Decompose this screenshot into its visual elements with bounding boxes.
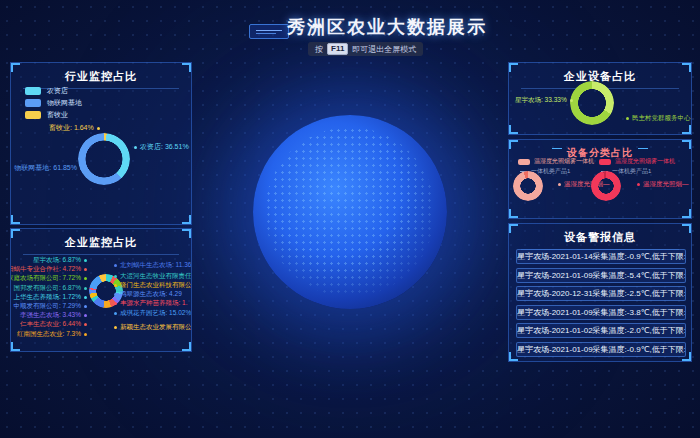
chart-label: 成琪花卉园艺场: 15.02% [114,309,191,317]
panel-industry-monitor: 行业监控占比 农资店 物联网基地 畜牧业 畜牧业: 1.64% 农资店: 36.… [10,62,192,225]
panel-equipment-ratio: 企业设备占比 星宇农场: 33.33% 民主村党群服务中心: [508,62,692,135]
legend-item: 畜牧业 [25,110,68,120]
f11-keycap: F11 [327,43,348,55]
legend-swatch [518,159,530,165]
label-dot [570,99,573,102]
chart-label: 家庭农场有限公司: 7.72% [10,274,87,282]
label-text: 隆门生态农业科技有限公 [120,281,192,289]
chart-label: 红阳蜗牛专业合作社: 4.72% [10,265,87,273]
legend-item: 温湿度光照烟雾一体机 [518,157,594,166]
label-text: 红阳蜗牛专业合作社: 4.72% [10,265,81,273]
chart-label: 鸣翠源生态农场: 4.29 [114,290,182,298]
label-dot [114,264,117,267]
chart-label: 民主村党群服务中心: [626,114,692,122]
chart-label: 大运河生态牧业有限责任公 [114,272,192,280]
dashboard: 秀洲区农业大数据展示 按 F11 即可退出全屏模式 行业监控占比 农资店 物联网… [0,0,700,438]
label-dot [114,293,117,296]
globe-visual [253,115,447,309]
label-dot [84,287,87,290]
label-dot [558,183,561,186]
label-text: 新颖生态农业发展有限公司: 6.87 [120,323,192,331]
panel-device-alarms: 设备警报信息 星宇农场-2021-01-14采集温度:-0.9℃,低于下限:0℃… [508,223,692,362]
chart-label: 上华生态养殖场: 1.72% [13,293,87,301]
legend-swatch [25,87,41,95]
device-donut-left [513,171,543,201]
legend-swatch [25,111,41,119]
chart-label: 隆门生态农业科技有限公 [114,281,192,289]
label-dot [84,268,87,271]
label-dot [84,296,87,299]
page-title: 秀洲区农业大数据展示 [287,15,487,39]
label-text: 丰源水产种苗养殖场: 1. [120,299,188,307]
label-text: 中顺发有限公司: 7.29% [13,302,81,310]
chart-label: 仁丰生态农业: 6.44% [20,320,87,328]
legend-label: 温湿度光照烟雾一体机 [534,157,594,166]
label-dot [114,312,117,315]
chart-label: 温湿度光照烟— [637,180,689,188]
label-text: 物联网基地: 61.85% [14,164,77,172]
title-decoration [638,148,648,154]
panel-enterprise-monitor: 企业监控占比 星宇农场: 6.87% 红阳蜗牛专业合作社: 4.72% 家庭农场… [10,228,192,352]
label-text: 成琪花卉园艺场: 15.02% [120,309,191,317]
label-dot [114,302,117,305]
alarm-row: 星宇农场-2020-12-31采集温度:-2.5℃,低于下限:0℃ [516,286,686,301]
chart-label: 农资店: 36.51% [134,143,189,151]
alarm-row: 星宇农场-2021-01-09采集温度:-0.9℃,低于下限:0℃ [516,342,686,357]
legend-item: 农资店 [25,86,68,96]
enterprise-panel-title: 企业监控占比 [23,235,179,255]
equipment-donut-chart [570,81,614,125]
title-decoration [552,148,562,154]
label-dot [84,323,87,326]
label-dot [134,146,137,149]
label-text: 大运河生态牧业有限责任公 [120,272,192,280]
legend-label: 畜牧业 [47,110,68,120]
label-text: 温湿度光照烟— [643,180,689,188]
chart-label: 北刘蜗牛生态农场: 11.36% [114,261,192,269]
label-text: 李强生态农场: 3.43% [20,311,81,319]
label-dot [626,117,629,120]
legend-label: 一体机类产品1 [612,167,651,176]
brand-logo [249,24,289,39]
legend-swatch [25,99,41,107]
legend-label: 农资店 [47,86,68,96]
label-dot [637,183,640,186]
label-text: 鸣翠源生态农场: 4.29 [120,290,182,298]
chart-label: 新颖生态农业发展有限公司: 6.87 [114,323,192,331]
label-dot [114,326,117,329]
label-dot [84,277,87,280]
legend-swatch [599,159,611,165]
label-text: 畜牧业: 1.64% [49,124,94,132]
globe-dots-texture [265,127,436,298]
chart-label: 畜牧业: 1.64% [49,124,100,132]
fullscreen-hint: 按 F11 即可退出全屏模式 [308,42,423,56]
alarm-row: 星宇农场-2021-01-09采集温度:-5.4℃,低于下限:0℃ [516,268,686,283]
alarm-row: 星宇农场-2021-01-09采集温度:-3.8℃,低于下限:0℃ [516,305,686,320]
label-text: 农资店: 36.51% [140,143,189,151]
chart-label: 红南国生态农业: 7.3% [17,330,87,338]
label-text: 仁丰生态农业: 6.44% [20,320,81,328]
label-text: 红南国生态农业: 7.3% [17,330,81,338]
label-text: 国邦发有限公司: 6.87% [13,284,81,292]
chart-label: 星宇农场: 6.87% [33,256,87,264]
panel-device-classification: 设备分类占比 温湿度光照烟雾一体机 一体机类产品1 温湿度光照烟— 温湿度光照烟… [508,139,692,219]
device-donut-right [591,171,621,201]
hint-suffix: 即可退出全屏模式 [352,44,416,55]
chart-label: 物联网基地: 61.85% [14,164,83,172]
chart-label: 中顺发有限公司: 7.29% [13,302,87,310]
label-dot [84,305,87,308]
label-text: 家庭农场有限公司: 7.72% [10,274,81,282]
alarm-row: 星宇农场-2021-01-02采集温度:-2.0℃,低于下限:0℃ [516,323,686,338]
chart-label: 李强生态农场: 3.43% [20,311,87,319]
label-dot [114,284,117,287]
legend-label: 温湿度光照烟雾一体机 [615,157,675,166]
label-dot [97,127,100,130]
label-text: 上华生态养殖场: 1.72% [13,293,81,301]
chart-label: 星宇农场: 33.33% [515,96,573,104]
label-text: 民主村党群服务中心: [632,114,692,122]
industry-donut-chart [78,133,130,185]
label-dot [80,167,83,170]
hint-prefix: 按 [315,44,323,55]
label-dot [84,259,87,262]
label-text: 星宇农场: 6.87% [33,256,81,264]
legend-item: 物联网基地 [25,98,82,108]
